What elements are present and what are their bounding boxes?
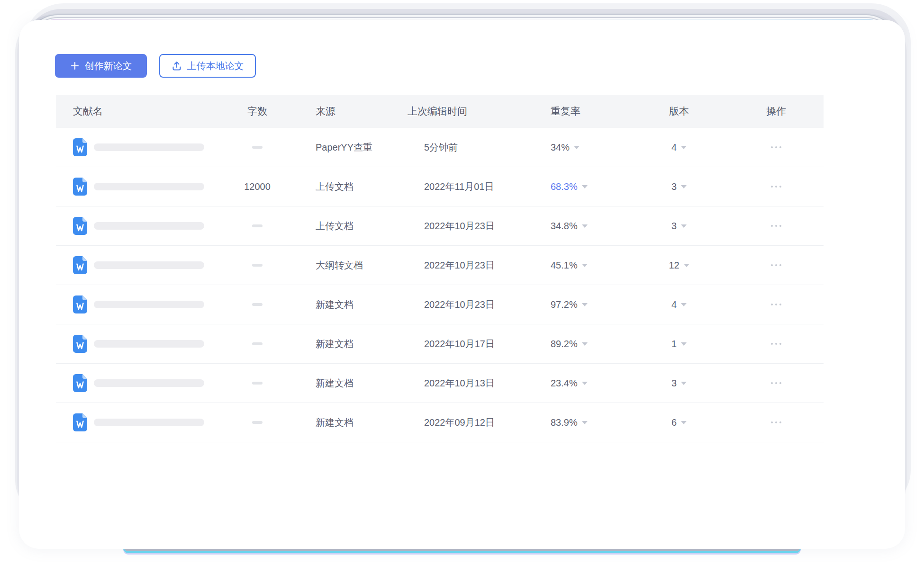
word-count: 12000 [244,181,271,192]
column-header-duplicate-rate: 重复率 [530,105,629,118]
duplicate-rate: 68.3% [551,181,578,192]
duplicate-rate: 23.4% [551,378,578,389]
more-actions-button[interactable] [769,182,783,191]
chevron-down-icon[interactable] [582,382,588,385]
table-row[interactable]: 新建文档 2022年10月13日 23.4% 3 [56,364,824,403]
last-edited: 2022年10月13日 [402,377,530,390]
document-title-placeholder [94,143,204,151]
last-edited: 2022年09月12日 [402,416,530,429]
duplicate-rate: 97.2% [551,299,578,310]
word-count-placeholder [252,224,263,227]
document-title-placeholder [94,222,204,230]
version: 1 [671,339,677,349]
word-count-placeholder [252,146,263,149]
duplicate-rate: 34.8% [551,221,578,232]
version: 3 [671,378,677,389]
document-title-placeholder [94,301,204,308]
chevron-down-icon[interactable] [681,421,687,424]
source: 新建文档 [288,338,402,350]
upload-local-paper-label: 上传本地论文 [187,60,244,72]
more-actions-button[interactable] [769,378,783,388]
document-title-placeholder [94,379,204,387]
chevron-down-icon[interactable] [574,146,580,149]
word-document-icon [73,295,87,313]
duplicate-rate: 34% [551,142,570,153]
plus-icon [70,61,80,71]
word-document-icon [73,138,87,156]
last-edited: 5分钟前 [402,141,530,154]
duplicate-rate: 45.1% [551,260,578,271]
last-edited: 2022年11月01日 [402,180,530,193]
table-row[interactable]: 上传文档 2022年10月23日 34.8% 3 [56,206,824,246]
chevron-down-icon[interactable] [582,185,588,188]
document-title-placeholder [94,183,204,190]
more-actions-button[interactable] [769,300,783,309]
table-body: PaperYY查重 5分钟前 34% 4 12000 [56,128,824,442]
word-document-icon [73,374,87,392]
table-row[interactable]: 新建文档 2022年09月12日 83.9% 6 [56,403,824,442]
document-title-placeholder [94,261,204,269]
word-count-placeholder [252,264,263,267]
chevron-down-icon[interactable] [582,421,588,424]
more-actions-button[interactable] [769,221,783,231]
last-edited: 2022年10月23日 [402,298,530,311]
table-row[interactable]: 新建文档 2022年10月17日 89.2% 1 [56,324,824,364]
document-title-placeholder [94,419,204,426]
chevron-down-icon[interactable] [681,185,687,188]
chevron-down-icon[interactable] [681,146,687,149]
version: 3 [671,181,677,192]
version: 12 [669,260,679,271]
duplicate-rate: 89.2% [551,339,578,349]
version: 3 [671,221,677,232]
document-title-placeholder [94,340,204,348]
column-header-word-count: 字数 [226,105,288,118]
last-edited: 2022年10月23日 [402,220,530,233]
word-count-placeholder [252,342,263,345]
last-edited: 2022年10月17日 [402,338,530,350]
documents-table: 文献名 字数 来源 上次编辑时间 重复率 版本 操作 PaperYY查重 [56,95,824,442]
chevron-down-icon[interactable] [681,382,687,385]
table-header-row: 文献名 字数 来源 上次编辑时间 重复率 版本 操作 [56,95,824,128]
column-header-actions: 操作 [729,105,824,118]
word-document-icon [73,256,87,274]
chevron-down-icon[interactable] [582,342,588,346]
chevron-down-icon[interactable] [582,264,588,267]
version: 6 [671,417,677,428]
chevron-down-icon[interactable] [681,224,687,228]
word-count-placeholder [252,303,263,306]
more-actions-button[interactable] [769,143,783,152]
column-header-last-edited: 上次编辑时间 [402,105,530,118]
create-new-paper-button[interactable]: 创作新论文 [55,54,147,78]
chevron-down-icon[interactable] [582,303,588,306]
last-edited: 2022年10月23日 [402,259,530,272]
word-count-placeholder [252,382,263,385]
chevron-down-icon[interactable] [684,264,689,267]
chevron-down-icon[interactable] [681,303,687,306]
more-actions-button[interactable] [769,260,783,270]
column-header-version: 版本 [629,105,729,118]
upload-local-paper-button[interactable]: 上传本地论文 [159,54,256,78]
more-actions-button[interactable] [769,418,783,427]
version: 4 [671,142,677,153]
table-row[interactable]: 12000 上传文档 2022年11月01日 68.3% 3 [56,167,824,206]
upload-icon [172,61,182,71]
table-row[interactable]: PaperYY查重 5分钟前 34% 4 [56,128,824,167]
source: 上传文档 [288,220,402,233]
word-document-icon [73,413,87,431]
source: 新建文档 [288,416,402,429]
table-row[interactable]: 新建文档 2022年10月23日 97.2% 4 [56,285,824,324]
word-document-icon [73,335,87,353]
word-document-icon [73,178,87,196]
column-header-source: 来源 [288,105,402,118]
word-document-icon [73,217,87,235]
chevron-down-icon[interactable] [681,342,687,346]
duplicate-rate: 83.9% [551,417,578,428]
chevron-down-icon[interactable] [582,224,588,228]
table-row[interactable]: 大纲转文档 2022年10月23日 45.1% 12 [56,246,824,285]
source: 新建文档 [288,298,402,311]
column-header-document-name: 文献名 [56,105,226,118]
more-actions-button[interactable] [769,339,783,349]
source: PaperYY查重 [288,141,402,154]
version: 4 [671,299,677,310]
word-count-placeholder [252,421,263,424]
